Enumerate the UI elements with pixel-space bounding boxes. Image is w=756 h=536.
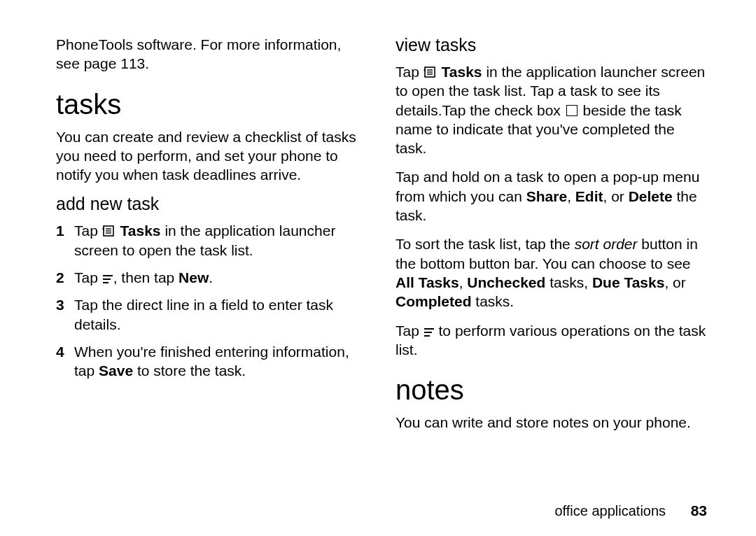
menu-icon (102, 274, 113, 284)
add-task-steps: 1 Tap Tasks in the application launcher … (56, 221, 368, 380)
text: Tap (396, 323, 424, 339)
text: , then tap (113, 269, 178, 285)
intro-prefix: PhoneTools software. For more informatio… (56, 36, 341, 71)
page-footer: office applications 83 (554, 502, 707, 519)
text: Tap (74, 269, 102, 285)
text: , or (664, 274, 685, 290)
right-column: view tasks Tap Tasks in the application … (396, 35, 707, 442)
all-tasks-label: All Tasks (396, 274, 459, 290)
text: . (209, 269, 213, 285)
intro-pageref: 113 (120, 55, 145, 71)
tasks-label: Tasks (442, 64, 482, 80)
two-column-layout: PhoneTools software. For more informatio… (56, 35, 707, 442)
notes-intro: You can write and store notes on your ph… (396, 413, 707, 432)
text: Tap (74, 223, 102, 239)
sort-order-label: sort order (575, 236, 638, 252)
step-body: Tap the direct line in a field to enter … (74, 295, 368, 334)
view-tasks-p4: Tap to perform various operations on the… (396, 321, 707, 360)
step-2: 2 Tap , then tap New. (56, 268, 368, 287)
text: Tap (396, 64, 424, 80)
step-number: 1 (56, 221, 74, 240)
text: , or (603, 188, 628, 204)
left-column: PhoneTools software. For more informatio… (56, 35, 368, 442)
tasks-icon (102, 225, 116, 237)
page-number: 83 (691, 502, 707, 519)
step-1: 1 Tap Tasks in the application launcher … (56, 221, 368, 260)
tasks-label: Tasks (120, 223, 161, 239)
step-body: When you're finished entering informatio… (74, 342, 368, 381)
share-label: Share (526, 188, 567, 204)
view-tasks-p1: Tap Tasks in the application launcher sc… (396, 62, 707, 157)
heading-notes: notes (396, 374, 707, 406)
tasks-intro: You can create and review a checklist of… (56, 127, 368, 185)
heading-add-new-task: add new task (56, 194, 368, 214)
text: tasks, (545, 274, 592, 290)
edit-label: Edit (575, 188, 603, 204)
manual-page: PhoneTools software. For more informatio… (0, 0, 756, 536)
due-tasks-label: Due Tasks (592, 274, 665, 290)
step-body: Tap , then tap New. (74, 268, 368, 287)
step-3: 3 Tap the direct line in a field to ente… (56, 295, 368, 334)
menu-icon (424, 327, 435, 337)
unchecked-label: Unchecked (467, 274, 545, 290)
completed-label: Completed (396, 293, 472, 309)
view-tasks-p2: Tap and hold on a task to open a pop-up … (396, 167, 707, 225)
heading-view-tasks: view tasks (396, 35, 707, 55)
phonetools-intro: PhoneTools software. For more informatio… (56, 35, 368, 73)
new-label: New (178, 269, 209, 285)
heading-tasks: tasks (56, 89, 368, 120)
delete-label: Delete (629, 188, 673, 204)
footer-section: office applications (554, 503, 666, 519)
text: , (567, 188, 575, 204)
step-body: Tap Tasks in the application launcher sc… (74, 221, 368, 260)
view-tasks-p3: To sort the task list, tap the sort orde… (396, 234, 707, 311)
intro-suffix: . (145, 55, 149, 71)
save-label: Save (99, 362, 133, 379)
text: to perform various operations on the tas… (396, 323, 706, 358)
step-number: 3 (56, 295, 74, 314)
text: tasks. (472, 293, 514, 309)
step-4: 4 When you're finished entering informat… (56, 342, 368, 381)
text: , (459, 274, 468, 290)
step-number: 2 (56, 268, 74, 287)
checkbox-icon (566, 105, 578, 116)
text: to store the task. (133, 362, 246, 379)
step-number: 4 (56, 342, 74, 361)
tasks-icon (424, 66, 438, 78)
text: To sort the task list, tap the (396, 236, 575, 252)
